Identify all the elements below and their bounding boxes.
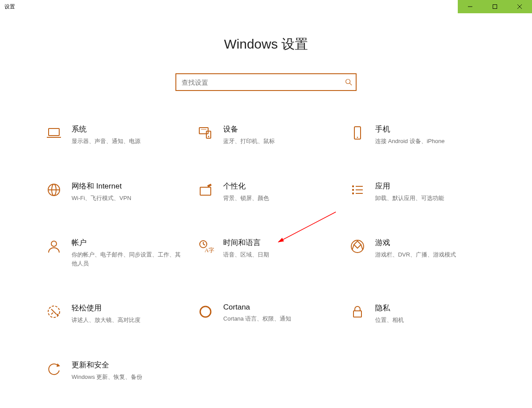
time-language-icon: A字: [197, 238, 214, 255]
phone-icon: [349, 124, 366, 142]
person-icon: [45, 238, 63, 255]
tile-system[interactable]: 系统 显示器、声音、通知、电源: [45, 124, 183, 146]
search-icon: [345, 79, 352, 86]
gaming-icon: [349, 238, 366, 255]
svg-point-10: [208, 136, 209, 137]
minimize-button[interactable]: [458, 0, 483, 13]
tile-subtitle: 语音、区域、日期: [223, 250, 335, 259]
close-icon: [517, 4, 522, 9]
list-icon: [349, 181, 366, 199]
tile-title: 网络和 Internet: [72, 181, 183, 191]
titlebar: 设置: [0, 0, 532, 13]
svg-rect-6: [49, 128, 59, 136]
tile-ease-of-access[interactable]: 轻松使用 讲述人、放大镜、高对比度: [45, 303, 183, 325]
tile-title: 轻松使用: [72, 303, 183, 313]
search-box[interactable]: [175, 73, 357, 91]
update-icon: [45, 360, 63, 378]
tile-title: 时间和语言: [223, 238, 335, 248]
svg-rect-1: [493, 5, 497, 9]
tile-personalization[interactable]: 个性化 背景、锁屏、颜色: [197, 181, 335, 203]
tile-subtitle: Windows 更新、恢复、备份: [72, 373, 183, 382]
svg-rect-33: [353, 311, 361, 317]
svg-marker-34: [57, 363, 60, 367]
window-controls: [458, 0, 532, 13]
svg-point-32: [200, 306, 211, 317]
maximize-button[interactable]: [483, 0, 507, 13]
tile-subtitle: Cortana 语言、权限、通知: [223, 314, 335, 323]
tile-subtitle: 你的帐户、电子邮件、同步设置、工作、其他人员: [72, 250, 183, 268]
ease-icon: [45, 303, 63, 321]
minimize-icon: [467, 4, 473, 9]
close-button[interactable]: [507, 0, 532, 13]
svg-point-13: [357, 137, 358, 138]
tile-devices[interactable]: 设备 蓝牙、打印机、鼠标: [197, 124, 335, 146]
tile-title: 帐户: [72, 238, 183, 248]
tile-subtitle: 显示器、声音、通知、电源: [72, 137, 183, 146]
tile-subtitle: 卸载、默认应用、可选功能: [375, 194, 487, 203]
tile-time-language[interactable]: A字 时间和语言 语音、区域、日期: [197, 238, 335, 268]
search-input[interactable]: [182, 79, 345, 86]
settings-grid: 系统 显示器、声音、通知、电源 设备 蓝牙、打印机、鼠标 手机 连接 Andro…: [45, 124, 487, 381]
tile-title: 游戏: [375, 238, 487, 248]
tile-title: 个性化: [223, 181, 335, 191]
tile-title: 设备: [223, 124, 335, 134]
tile-subtitle: 蓝牙、打印机、鼠标: [223, 137, 335, 146]
svg-point-4: [346, 79, 350, 84]
search-container: [0, 73, 532, 91]
globe-icon: [45, 181, 63, 199]
tile-gaming[interactable]: 游戏 游戏栏、DVR、广播、游戏模式: [349, 238, 487, 268]
tile-privacy[interactable]: 隐私 位置、相机: [349, 303, 487, 325]
cortana-icon: [197, 303, 214, 321]
tile-title: 应用: [375, 181, 487, 191]
svg-rect-20: [352, 189, 354, 191]
page-heading: Windows 设置: [0, 35, 532, 53]
lock-icon: [349, 303, 366, 321]
tile-subtitle: 游戏栏、DVR、广播、游戏模式: [375, 250, 487, 259]
svg-line-27: [203, 244, 205, 245]
tile-network[interactable]: 网络和 Internet Wi-Fi、飞行模式、VPN: [45, 181, 183, 203]
devices-icon: [197, 124, 214, 142]
tile-title: Cortana: [223, 303, 335, 312]
window-title: 设置: [0, 3, 458, 11]
tile-title: 更新和安全: [72, 360, 183, 370]
svg-line-5: [350, 83, 352, 85]
svg-point-24: [51, 241, 57, 246]
tile-apps[interactable]: 应用 卸载、默认应用、可选功能: [349, 181, 487, 203]
tile-subtitle: Wi-Fi、飞行模式、VPN: [72, 194, 183, 203]
tile-accounts[interactable]: 帐户 你的帐户、电子邮件、同步设置、工作、其他人员: [45, 238, 183, 268]
tile-subtitle: 讲述人、放大镜、高对比度: [72, 316, 183, 325]
paint-icon: [197, 181, 214, 199]
svg-rect-22: [352, 193, 354, 194]
tile-title: 隐私: [375, 303, 487, 313]
tile-title: 系统: [72, 124, 183, 134]
tile-phone[interactable]: 手机 连接 Android 设备、iPhone: [349, 124, 487, 146]
tile-subtitle: 连接 Android 设备、iPhone: [375, 137, 487, 146]
svg-text:A字: A字: [205, 247, 214, 253]
svg-rect-18: [352, 185, 354, 187]
laptop-icon: [45, 124, 63, 142]
tile-update-security[interactable]: 更新和安全 Windows 更新、恢复、备份: [45, 360, 183, 382]
svg-rect-17: [200, 187, 211, 195]
tile-cortana[interactable]: Cortana Cortana 语言、权限、通知: [197, 303, 335, 325]
tile-subtitle: 背景、锁屏、颜色: [223, 194, 335, 203]
tile-title: 手机: [375, 124, 487, 134]
maximize-icon: [492, 4, 498, 9]
tile-subtitle: 位置、相机: [375, 316, 487, 325]
